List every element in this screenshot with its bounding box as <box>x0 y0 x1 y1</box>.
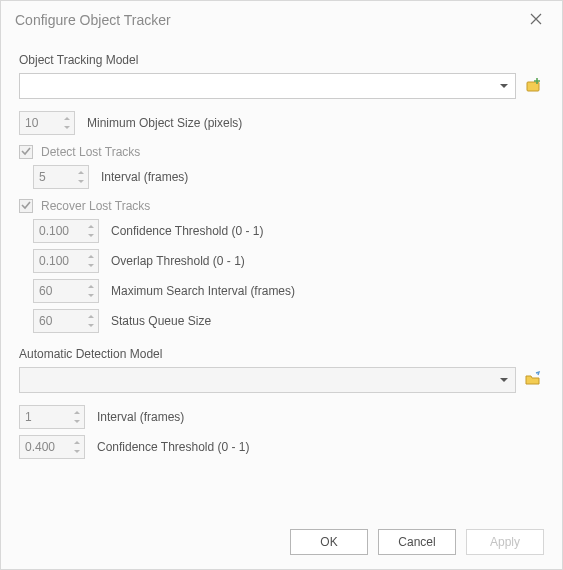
queue-size-label: Status Queue Size <box>111 314 211 328</box>
chevron-up-icon[interactable] <box>86 223 96 231</box>
chevron-up-icon[interactable] <box>86 283 96 291</box>
check-icon <box>21 199 31 213</box>
add-model-button[interactable] <box>522 75 544 97</box>
close-button[interactable] <box>518 7 554 33</box>
close-icon <box>530 13 542 28</box>
min-size-spinner[interactable]: 10 <box>19 111 75 135</box>
max-search-spinner[interactable]: 60 <box>33 279 99 303</box>
auto-interval-label: Interval (frames) <box>97 410 184 424</box>
spinner-arrows <box>72 439 82 456</box>
button-bar: OK Cancel Apply <box>290 529 544 555</box>
auto-model-combo[interactable] <box>19 367 516 393</box>
dialog-title: Configure Object Tracker <box>15 12 171 28</box>
auto-conf-spinner[interactable]: 0.400 <box>19 435 85 459</box>
auto-conf-row: 0.400 Confidence Threshold (0 - 1) <box>19 435 544 459</box>
auto-model-row <box>19 367 544 393</box>
min-size-value: 10 <box>25 116 38 130</box>
overlap-thresh-spinner[interactable]: 0.100 <box>33 249 99 273</box>
chevron-down-icon <box>497 77 511 95</box>
overlap-thresh-value: 0.100 <box>39 254 69 268</box>
detect-lost-checkbox[interactable] <box>19 145 33 159</box>
auto-interval-spinner[interactable]: 1 <box>19 405 85 429</box>
dialog-content: Object Tracking Model 10 <box>1 35 562 459</box>
detect-interval-row: 5 Interval (frames) <box>19 165 544 189</box>
ok-button[interactable]: OK <box>290 529 368 555</box>
max-search-value: 60 <box>39 284 52 298</box>
detect-interval-spinner[interactable]: 5 <box>33 165 89 189</box>
min-size-row: 10 Minimum Object Size (pixels) <box>19 111 544 135</box>
spinner-arrows <box>86 313 96 330</box>
recover-lost-label: Recover Lost Tracks <box>41 199 150 213</box>
spinner-arrows <box>76 169 86 186</box>
recover-lost-row: Recover Lost Tracks <box>19 199 544 213</box>
max-search-label: Maximum Search Interval (frames) <box>111 284 295 298</box>
detect-lost-label: Detect Lost Tracks <box>41 145 140 159</box>
min-size-label: Minimum Object Size (pixels) <box>87 116 242 130</box>
queue-size-row: 60 Status Queue Size <box>19 309 544 333</box>
tracking-model-label: Object Tracking Model <box>19 53 544 67</box>
chevron-down-icon[interactable] <box>72 418 82 426</box>
max-search-row: 60 Maximum Search Interval (frames) <box>19 279 544 303</box>
conf-thresh-value: 0.100 <box>39 224 69 238</box>
tracking-model-combo[interactable] <box>19 73 516 99</box>
chevron-down-icon <box>497 371 511 389</box>
chevron-up-icon[interactable] <box>76 169 86 177</box>
titlebar: Configure Object Tracker <box>1 1 562 35</box>
chevron-down-icon[interactable] <box>86 232 96 240</box>
overlap-thresh-label: Overlap Threshold (0 - 1) <box>111 254 245 268</box>
chevron-up-icon[interactable] <box>72 409 82 417</box>
chevron-down-icon[interactable] <box>72 448 82 456</box>
tracking-model-row <box>19 73 544 99</box>
queue-size-value: 60 <box>39 314 52 328</box>
add-model-icon <box>524 76 542 97</box>
conf-thresh-spinner[interactable]: 0.100 <box>33 219 99 243</box>
chevron-up-icon[interactable] <box>72 439 82 447</box>
spinner-arrows <box>86 283 96 300</box>
conf-thresh-row: 0.100 Confidence Threshold (0 - 1) <box>19 219 544 243</box>
auto-model-label: Automatic Detection Model <box>19 347 544 361</box>
detect-interval-value: 5 <box>39 170 46 184</box>
chevron-down-icon[interactable] <box>76 178 86 186</box>
cancel-button[interactable]: Cancel <box>378 529 456 555</box>
chevron-up-icon[interactable] <box>62 115 72 123</box>
auto-conf-value: 0.400 <box>25 440 55 454</box>
check-icon <box>21 145 31 159</box>
spinner-arrows <box>62 115 72 132</box>
spinner-arrows <box>72 409 82 426</box>
chevron-down-icon[interactable] <box>86 322 96 330</box>
overlap-thresh-row: 0.100 Overlap Threshold (0 - 1) <box>19 249 544 273</box>
chevron-down-icon[interactable] <box>86 262 96 270</box>
chevron-up-icon[interactable] <box>86 253 96 261</box>
folder-open-icon <box>524 370 542 391</box>
apply-button: Apply <box>466 529 544 555</box>
chevron-down-icon[interactable] <box>86 292 96 300</box>
browse-model-button[interactable] <box>522 369 544 391</box>
auto-interval-row: 1 Interval (frames) <box>19 405 544 429</box>
spinner-arrows <box>86 253 96 270</box>
detect-lost-row: Detect Lost Tracks <box>19 145 544 159</box>
conf-thresh-label: Confidence Threshold (0 - 1) <box>111 224 264 238</box>
auto-interval-value: 1 <box>25 410 32 424</box>
auto-conf-label: Confidence Threshold (0 - 1) <box>97 440 250 454</box>
chevron-down-icon[interactable] <box>62 124 72 132</box>
configure-object-tracker-dialog: Configure Object Tracker Object Tracking… <box>0 0 563 570</box>
queue-size-spinner[interactable]: 60 <box>33 309 99 333</box>
chevron-up-icon[interactable] <box>86 313 96 321</box>
recover-lost-checkbox[interactable] <box>19 199 33 213</box>
detect-interval-label: Interval (frames) <box>101 170 188 184</box>
spinner-arrows <box>86 223 96 240</box>
